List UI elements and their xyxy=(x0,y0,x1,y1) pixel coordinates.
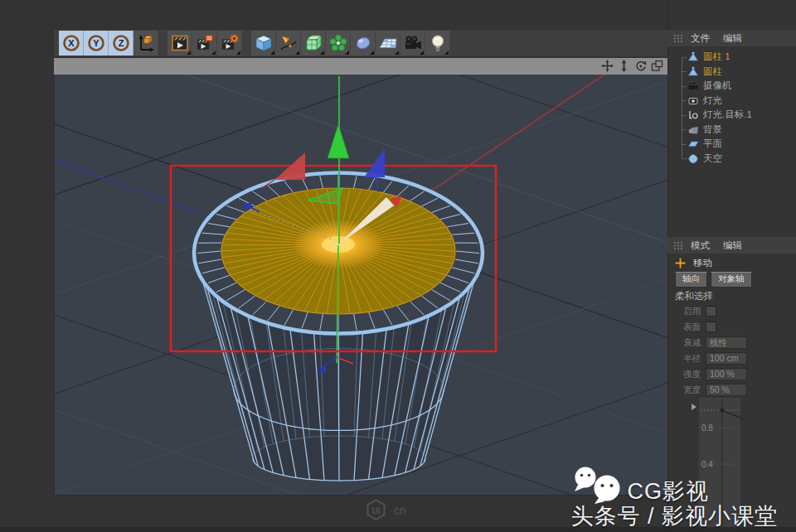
width-value-field[interactable]: 50 % xyxy=(706,384,747,396)
background-icon xyxy=(687,124,699,135)
field-label: 宽度 xyxy=(674,384,701,396)
surface-checkbox[interactable] xyxy=(706,322,716,332)
curve-control-point[interactable] xyxy=(721,409,725,413)
expand-arrow-icon[interactable] xyxy=(692,404,696,410)
edit-render-settings-button[interactable] xyxy=(217,31,242,56)
object-row-cylinder[interactable]: 圆柱 xyxy=(667,65,796,80)
render-view-button[interactable] xyxy=(167,31,192,56)
add-primitive-cube-button[interactable] xyxy=(251,31,276,56)
am-menu-edit[interactable]: 编辑 xyxy=(723,239,742,252)
soft-selection-fields: 启用 表面 衰减 线性 半径 100 cm 强度 100 % 宽度 50 % xyxy=(667,303,796,398)
tab-axis[interactable]: 轴向 xyxy=(675,272,707,288)
x-axis-lock-icon: X xyxy=(61,33,81,53)
brand-watermark: CG影视 头条号 / 影视小课堂 xyxy=(570,466,778,529)
mograph-cloner-icon xyxy=(328,33,348,53)
render-to-picture-viewer-button[interactable] xyxy=(192,31,217,56)
cylinder-icon xyxy=(687,66,699,77)
coordinate-system-icon xyxy=(136,33,156,53)
object-label: 平面 xyxy=(703,138,722,150)
subdivision-surface-button[interactable] xyxy=(301,31,326,56)
spline-pen-button[interactable] xyxy=(276,31,301,56)
am-menu-mode[interactable]: 模式 xyxy=(691,239,710,252)
field-row-enable: 启用 xyxy=(667,303,796,319)
brand-title: CG影视 xyxy=(627,479,709,504)
object-row-light[interactable]: 灯光 xyxy=(667,94,796,109)
render-picture-viewer-icon xyxy=(195,33,215,53)
tab-object-axis[interactable]: 对象轴 xyxy=(711,272,752,288)
floor-grid-icon xyxy=(378,33,398,53)
plane-icon xyxy=(687,138,699,149)
camera-icon xyxy=(687,80,699,91)
active-tool-label: 移动 xyxy=(693,257,712,269)
om-menu-file[interactable]: 文件 xyxy=(691,32,710,45)
camera-icon xyxy=(403,33,423,53)
object-label: 圆柱 1 xyxy=(703,51,730,63)
3d-viewport[interactable] xyxy=(54,75,668,496)
soft-selection-section-title: 柔和选择 xyxy=(667,290,796,302)
z-plane-handle[interactable] xyxy=(364,148,385,177)
z-axis-lock-icon: Z xyxy=(111,33,131,53)
light-icon xyxy=(687,95,699,106)
object-row-camera[interactable]: 摄像机 xyxy=(667,79,796,94)
field-row-strength: 强度 100 % xyxy=(667,366,796,382)
field-row-radius: 半径 100 cm xyxy=(667,351,796,366)
curve-tick-label: 0.8 xyxy=(701,423,713,433)
coordinate-system-button[interactable] xyxy=(133,31,158,56)
viewport-title-bar xyxy=(54,58,667,75)
svg-text:Z: Z xyxy=(118,38,124,48)
sky-icon xyxy=(687,153,699,164)
x-axis-lock-button[interactable]: X xyxy=(59,31,84,56)
render-view-icon xyxy=(170,33,190,53)
object-row-background[interactable]: 背景 xyxy=(667,123,796,138)
floor-environment-button[interactable] xyxy=(376,31,400,56)
target-light-icon xyxy=(687,109,699,120)
panel-grip-icon[interactable] xyxy=(673,241,684,250)
radius-value-field[interactable]: 100 cm xyxy=(706,352,747,365)
svg-text:UI: UI xyxy=(372,506,381,515)
object-label: 背景 xyxy=(703,123,722,136)
ui-cn-watermark: UI ·cn xyxy=(365,498,405,522)
falloff-dropdown[interactable]: 线性 xyxy=(706,336,747,349)
z-axis-lock-button[interactable]: Z xyxy=(109,31,133,56)
primitive-cube-icon xyxy=(254,33,274,53)
camera-button[interactable] xyxy=(400,31,425,56)
y-axis-lock-button[interactable]: Y xyxy=(84,31,109,56)
enable-checkbox[interactable] xyxy=(706,306,716,317)
object-row-plane[interactable]: 平面 xyxy=(667,137,796,152)
rotate-view-icon[interactable] xyxy=(634,60,647,72)
field-row-falloff: 衰减 线性 xyxy=(667,335,796,351)
light-button[interactable] xyxy=(425,31,450,56)
panel-grip-icon[interactable] xyxy=(673,34,684,43)
ui-cn-suffix: ·cn xyxy=(390,504,405,517)
field-label: 衰减 xyxy=(674,337,701,349)
object-row-sky[interactable]: 天空 xyxy=(667,152,796,167)
om-menu-edit[interactable]: 编辑 xyxy=(723,32,742,45)
pan-view-icon[interactable] xyxy=(601,60,614,72)
wechat-icon xyxy=(570,466,627,504)
mograph-cloner-button[interactable] xyxy=(326,31,351,56)
field-label: 表面 xyxy=(674,322,701,333)
svg-text:X: X xyxy=(68,38,75,48)
object-row-light-target[interactable]: 灯光.目标.1 xyxy=(667,108,796,123)
toggle-view-icon[interactable] xyxy=(651,60,663,72)
field-label: 强度 xyxy=(674,369,701,380)
cylinder-icon xyxy=(687,51,699,62)
y-axis-arrow-icon[interactable] xyxy=(328,124,349,158)
main-toolbar: X Y Z xyxy=(54,30,667,56)
object-label: 灯光 xyxy=(703,94,722,107)
deformer-button[interactable] xyxy=(351,31,376,56)
viewport-canvas[interactable] xyxy=(55,75,668,495)
zoom-view-icon[interactable] xyxy=(618,60,630,72)
attribute-manager-menubar: 模式 编辑 xyxy=(667,237,796,254)
field-label: 启用 xyxy=(674,306,701,317)
active-tool-row: 移动 xyxy=(667,255,796,270)
object-label: 圆柱 xyxy=(703,65,722,78)
brand-subtitle: 头条号 / 影视小课堂 xyxy=(570,504,778,529)
field-row-surface: 表面 xyxy=(667,319,796,335)
light-bulb-icon xyxy=(428,33,448,53)
object-row-cylinder1[interactable]: 圆柱 1 xyxy=(667,50,796,65)
object-label: 摄像机 xyxy=(703,80,732,92)
y-axis-lock-icon: Y xyxy=(86,33,106,53)
subdivision-surface-icon xyxy=(303,33,323,53)
strength-value-field[interactable]: 100 % xyxy=(706,368,747,380)
